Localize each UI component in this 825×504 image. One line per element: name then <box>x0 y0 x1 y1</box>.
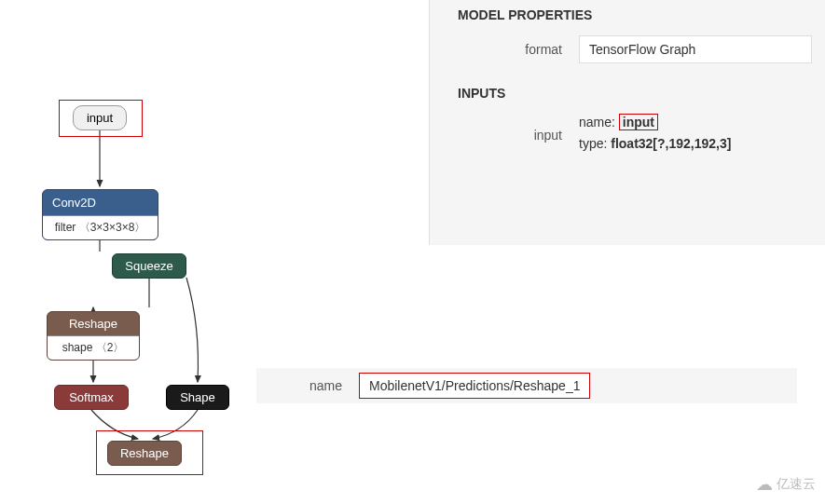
node-reshape-2[interactable]: Reshape <box>107 441 182 466</box>
name-panel: name MobilenetV1/Predictions/Reshape_1 <box>256 368 797 403</box>
watermark: ☁ 亿速云 <box>756 474 816 495</box>
section-inputs: INPUTS <box>458 86 812 101</box>
input-name-line: name: input <box>579 114 812 130</box>
model-graph: input Conv2D filter 〈3×3×3×8〉 Squeeze Re… <box>0 0 429 504</box>
graph-edges <box>0 0 429 504</box>
name-panel-value: MobilenetV1/Predictions/Reshape_1 <box>359 373 590 399</box>
node-reshape-1[interactable]: Reshape shape 〈2〉 <box>47 311 140 361</box>
node-shape[interactable]: Shape <box>166 385 229 410</box>
watermark-text: 亿速云 <box>777 476 816 493</box>
node-conv2d-filter: filter 〈3×3×3×8〉 <box>43 215 158 239</box>
property-format-value: TensorFlow Graph <box>579 35 812 63</box>
node-conv2d[interactable]: Conv2D filter 〈3×3×3×8〉 <box>42 189 158 240</box>
section-model-properties: MODEL PROPERTIES <box>458 7 812 22</box>
node-shape-label: Shape <box>167 386 228 409</box>
node-softmax[interactable]: Softmax <box>54 385 129 410</box>
node-squeeze[interactable]: Squeeze <box>112 253 186 279</box>
node-reshape-2-label: Reshape <box>108 442 181 465</box>
node-input-label: input <box>74 106 126 129</box>
node-input[interactable]: input <box>73 105 127 130</box>
node-squeeze-label: Squeeze <box>113 254 186 278</box>
input-type-value: float32[?,192,192,3] <box>611 136 731 151</box>
cloud-icon: ☁ <box>756 474 773 495</box>
input-name-prefix: name: <box>579 115 615 129</box>
property-input-label: input <box>458 128 579 143</box>
properties-panel: MODEL PROPERTIES format TensorFlow Graph… <box>429 0 825 245</box>
node-softmax-label: Softmax <box>55 386 128 409</box>
node-reshape-1-shape: shape 〈2〉 <box>48 335 139 360</box>
input-type-line: type: float32[?,192,192,3] <box>579 136 812 151</box>
property-row-input: input name: input type: float32[?,192,19… <box>458 114 812 157</box>
input-type-prefix: type: <box>579 136 607 151</box>
node-conv2d-label: Conv2D <box>43 190 158 215</box>
node-reshape-1-label: Reshape <box>48 312 139 335</box>
input-name-value: input <box>619 114 658 130</box>
name-panel-label: name <box>256 378 359 393</box>
property-format-label: format <box>458 42 579 57</box>
property-row-format: format TensorFlow Graph <box>458 35 812 63</box>
